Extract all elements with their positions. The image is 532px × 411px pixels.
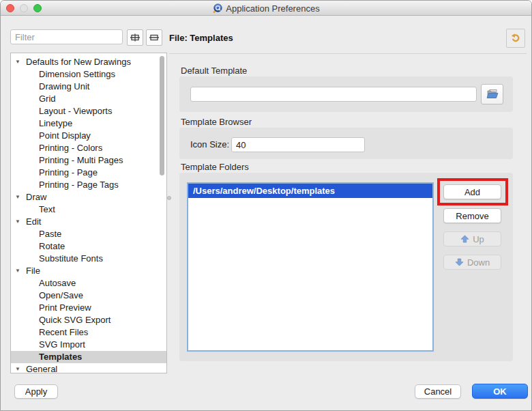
up-button: Up [443,231,501,246]
tree-item-printing-page[interactable]: Printing - Page [11,167,166,179]
filter-input[interactable] [10,29,123,44]
settings-tree[interactable]: ▼Defaults for New Drawings Dimension Set… [10,53,167,373]
tree-item-dimension-settings[interactable]: Dimension Settings [11,68,166,81]
icon-size-label: Icon Size: [190,139,229,150]
expand-all-icon [130,32,141,43]
tree-item-drawing-unit[interactable]: Drawing Unit [11,81,166,93]
add-button[interactable]: Add [443,184,501,199]
tree-item-autosave[interactable]: Autosave [11,277,166,289]
title-bar: Application Preferences [1,1,531,16]
tree-item-printing-page-tags[interactable]: Printing - Page Tags [11,179,166,191]
icon-size-input[interactable] [231,137,365,152]
tree-item-open-save[interactable]: Open/Save [11,289,166,302]
tree-item-linetype[interactable]: Linetype [11,117,166,130]
folder-list-item-selected[interactable]: /Users/andrew/Desktop/templates [188,184,432,198]
tree-item-rotate[interactable]: Rotate [11,240,166,253]
open-folder-icon [486,89,499,100]
pane-title: File: Templates [169,33,233,43]
triangle-down-icon[interactable]: ▼ [15,56,20,68]
window-title: Application Preferences [226,3,319,14]
collapse-all-icon [149,32,160,43]
header-separator [169,53,527,54]
preferences-dialog: Application Preferences ▼Defaults for Ne… [0,0,532,411]
tree-item-templates-selected[interactable]: Templates [11,351,166,363]
browse-template-button[interactable] [481,84,503,104]
tree-item-recent-files[interactable]: Recent Files [11,326,166,339]
splitter-handle[interactable] [167,196,171,200]
template-folders-list[interactable]: /Users/andrew/Desktop/templates [187,182,434,352]
tree-item-layout-viewports[interactable]: Layout - Viewports [11,105,166,117]
template-folders-label: Template Folders [181,162,249,172]
down-button: Down [443,255,501,270]
tree-item-draw[interactable]: ▼Draw [11,191,166,203]
collapse-all-button[interactable] [146,29,162,46]
expand-all-button[interactable] [127,29,143,46]
tree-item-file[interactable]: ▼File [11,265,166,277]
triangle-down-icon[interactable]: ▼ [15,216,20,228]
triangle-down-icon[interactable]: ▼ [15,363,20,373]
remove-button[interactable]: Remove [443,208,501,223]
tree-item-grid[interactable]: Grid [11,93,166,105]
down-arrow-icon [455,258,464,266]
tree-item-printing-multi-pages[interactable]: Printing - Multi Pages [11,154,166,167]
tree-item-print-preview[interactable]: Print Preview [11,302,166,314]
tree-item-paste[interactable]: Paste [11,228,166,240]
window-title-area: Application Preferences [1,1,531,16]
tree-item-defaults-for-new-drawings[interactable]: ▼Defaults for New Drawings [11,56,166,68]
tree-item-substitute-fonts[interactable]: Substitute Fonts [11,253,166,265]
app-logo-icon [212,3,222,14]
tree-item-quick-svg-export[interactable]: Quick SVG Export [11,314,166,326]
revert-icon [510,33,521,44]
ok-button[interactable]: OK [472,384,528,399]
cancel-button[interactable]: Cancel [415,384,461,399]
template-browser-label: Template Browser [181,117,252,127]
triangle-down-icon[interactable]: ▼ [15,191,20,203]
default-template-input[interactable] [190,87,477,102]
tree-item-text[interactable]: Text [11,203,166,216]
tree-scrollbar-thumb[interactable] [160,56,164,175]
tree-item-printing-colors[interactable]: Printing - Colors [11,142,166,154]
tree-item-edit[interactable]: ▼Edit [11,216,166,228]
default-template-label: Default Template [181,66,247,76]
tree-item-general[interactable]: ▼General [11,363,166,373]
up-arrow-icon [460,235,469,243]
reset-to-defaults-button[interactable] [506,29,525,48]
apply-button[interactable]: Apply [14,384,58,399]
tree-item-svg-import[interactable]: SVG Import [11,339,166,351]
triangle-down-icon[interactable]: ▼ [15,265,20,277]
tree-item-point-display[interactable]: Point Display [11,130,166,142]
